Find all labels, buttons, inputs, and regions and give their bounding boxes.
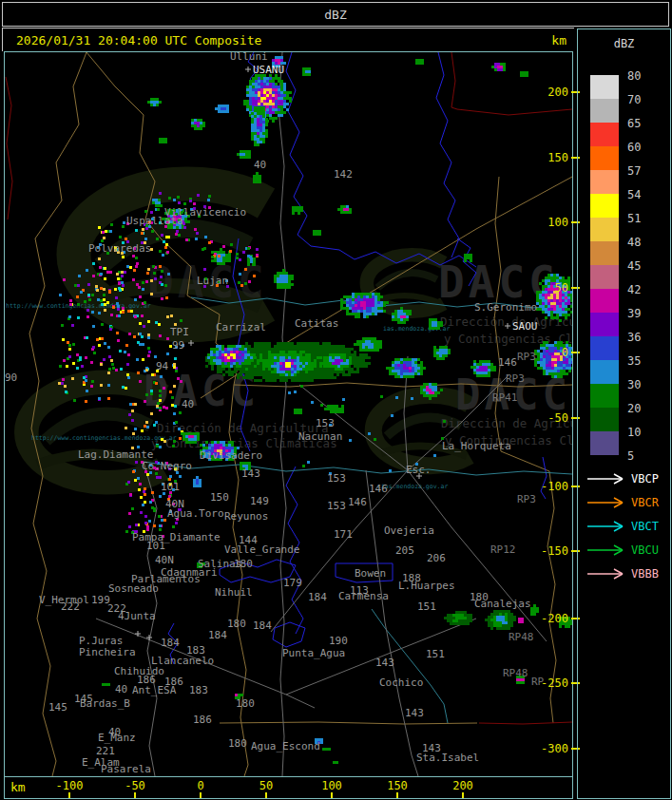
x-tick-label: 150 (374, 779, 421, 792)
map-label: Punta_Agua (282, 647, 345, 659)
scale-label: 80 (627, 70, 660, 82)
map-label: 4Junta (118, 610, 156, 622)
map-label: 190 (329, 635, 348, 647)
map-label: 184 (161, 637, 180, 649)
map-label: Carmensa (338, 590, 389, 602)
map-label: USANU (253, 64, 284, 76)
map-label: Cochico (379, 676, 423, 689)
title-bar: dBZ (2, 2, 669, 27)
y-tick-label: -250 (530, 676, 568, 690)
y-tick-label: -100 (530, 480, 568, 493)
scale-swatch (590, 289, 619, 313)
map-label: 40 (182, 398, 194, 410)
scale-swatch (590, 265, 619, 289)
map-label: 153 (327, 472, 346, 485)
station-marker (146, 635, 152, 640)
scale-label: 48 (627, 237, 660, 248)
map-line (278, 52, 286, 776)
map-label: RP3 (506, 372, 525, 385)
y-tick-label: 150 (530, 151, 568, 164)
scale-label: 57 (627, 165, 660, 177)
scale-swatch (590, 170, 619, 194)
map-label: 184 (253, 619, 272, 632)
map-line (220, 722, 477, 724)
vector-label: VBCT (631, 520, 659, 533)
x-tick-mark (200, 792, 202, 798)
map-label: Ant_ESA (132, 684, 177, 696)
vector-row: VBCR (586, 495, 666, 510)
map-label: 183 (189, 684, 208, 696)
map-label: Divisadero (200, 449, 262, 462)
map-label: RP12 (490, 543, 516, 556)
scale-label: 65 (627, 118, 660, 129)
map-line (451, 52, 572, 115)
x-tick-label: 0 (177, 779, 224, 792)
map-label: S.Geronimo (474, 301, 537, 314)
map-label: Catitas (295, 317, 338, 330)
map-label: 151 (417, 600, 436, 613)
scale-swatch (590, 241, 619, 265)
scale-label: 5 (627, 450, 660, 462)
map-line (273, 622, 305, 647)
map-label: Pasarela (101, 763, 151, 775)
map-label: Carrizal (216, 321, 266, 333)
vector-label: VBCP (631, 472, 659, 486)
map-label: 222 (61, 600, 80, 613)
map-label: Agua_Escond (251, 740, 320, 752)
map-label: E_Manz (98, 732, 136, 744)
scale-label: 45 (627, 260, 660, 272)
vector-arrow-icon (586, 472, 627, 486)
map-label: 99 (172, 339, 184, 352)
map-label: RP41 (492, 391, 518, 404)
map-label: 150 (210, 491, 229, 504)
x-axis: km -100-50050100150200 (4, 776, 573, 799)
y-tick-label: -200 (530, 612, 568, 625)
map-label: 145 (48, 701, 67, 714)
radar-map[interactable]: DACCDACCDACCDACCDirección de Agricultura… (4, 51, 573, 777)
map-line (144, 462, 572, 475)
scale-label: 60 (627, 142, 660, 153)
map-label: Bardas_B (80, 697, 130, 710)
map-label: Nihuil (215, 586, 253, 599)
vector-row: VBCP (586, 471, 666, 486)
map-label: 184 (208, 629, 227, 641)
map-label: Canalejas (474, 598, 531, 610)
map-label: 94 (156, 360, 169, 372)
scale-swatch (590, 408, 619, 431)
scale-swatch (590, 123, 619, 146)
map-line (366, 470, 418, 776)
map-label: Sosneado (108, 582, 159, 595)
x-tick-label: -100 (46, 779, 93, 792)
map-label: 206 (427, 552, 446, 564)
map-label: 101 (146, 540, 165, 552)
vector-arrow-icon (586, 520, 627, 533)
vector-arrow-icon (586, 567, 627, 581)
map-label: 180 (227, 618, 246, 630)
y-tick-label: 0 (530, 346, 568, 359)
map-label: 142 (334, 168, 353, 181)
page-title: dBZ (324, 8, 346, 22)
x-tick-mark (134, 792, 136, 798)
station-marker (245, 67, 251, 72)
x-tick-mark (396, 792, 398, 798)
map-label: 101 (161, 481, 180, 493)
y-tick-label: -50 (530, 411, 568, 425)
map-label: Esc. (406, 464, 432, 476)
map-label: RP3 (517, 493, 536, 505)
timestamp-bar: 2026/01/31 20:04:00 UTC Composite km (2, 28, 574, 51)
scale-swatch (590, 146, 619, 170)
x-tick-mark (265, 792, 267, 798)
map-label: Sta.Isabel (416, 752, 479, 764)
map-label: 143 (405, 707, 424, 719)
map-label: 143 (241, 467, 260, 480)
vector-arrow-icon (586, 543, 627, 557)
map-label: 146 (498, 356, 517, 369)
map-label: RP48 (503, 667, 528, 679)
map-label: 146 (348, 496, 367, 508)
scale-swatch (590, 313, 619, 336)
scale-label: 10 (627, 427, 660, 438)
y-tick-label: 200 (530, 86, 568, 99)
scale-label: 20 (627, 403, 660, 414)
scale-swatch (590, 75, 619, 99)
map-label: Co.Negro (142, 460, 192, 472)
